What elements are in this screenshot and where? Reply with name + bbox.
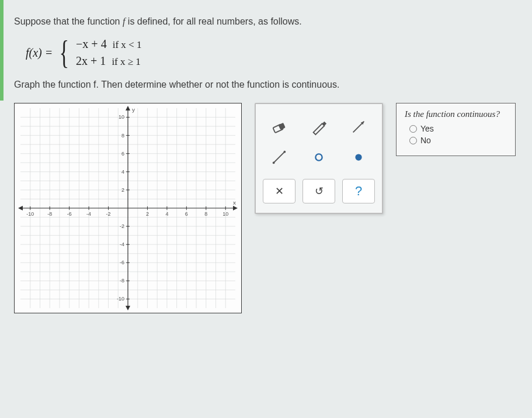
eraser-icon [270,118,288,136]
piecewise-definition: f(x) = { −x + 4 if x < 1 2x + 1 if x ≥ 1 [26,37,518,68]
ray-tool[interactable] [342,113,375,140]
svg-text:8: 8 [121,133,124,139]
problem-intro: Suppose that the function f is defined, … [14,16,518,27]
svg-text:-4: -4 [86,211,91,217]
svg-text:-6: -6 [67,211,72,217]
segment-tool[interactable] [263,144,295,171]
option-yes-label: Yes [420,124,434,133]
graph-canvas[interactable]: y x -10-8-6-4-2246810 -10-8-6-4-2246810 [14,103,242,313]
option-no-label: No [420,136,431,145]
segment-icon [270,148,288,166]
svg-text:4: 4 [121,169,124,175]
svg-rect-89 [278,123,285,130]
svg-text:2: 2 [146,211,149,217]
open-point-tool[interactable] [302,144,335,171]
svg-point-93 [273,162,275,164]
undo-icon: ↺ [315,185,324,198]
undo-button[interactable]: ↺ [302,179,335,203]
y-axis-label: y [132,106,135,113]
case1-cond: if x < 1 [113,39,142,51]
case1-expr: −x + 4 [76,37,107,51]
svg-marker-47 [18,206,23,210]
help-button[interactable]: ? [342,179,375,203]
option-no[interactable]: No [409,136,507,145]
radio-icon [409,125,417,133]
svg-marker-45 [126,306,130,310]
pencil-icon [310,118,328,136]
svg-text:-10: -10 [117,296,124,302]
svg-text:-4: -4 [120,241,124,247]
instruction: Graph the function f. Then determine whe… [14,80,518,90]
svg-text:-2: -2 [120,223,124,229]
svg-point-96 [355,154,361,160]
brace-icon: { [60,37,69,68]
question-prompt: Is the function continuous? [405,109,507,119]
x-icon: ✕ [275,185,284,198]
svg-text:8: 8 [204,211,207,217]
toolbox: ✕ ↺ ? [255,103,383,214]
instruction-prefix: Graph the function [14,80,93,89]
eraser-tool[interactable] [263,113,295,140]
closed-circle-icon [350,148,367,166]
svg-text:6: 6 [121,151,124,157]
svg-text:2: 2 [121,187,124,193]
ray-arrow-icon [350,118,367,136]
svg-text:-2: -2 [106,211,111,217]
svg-point-95 [315,154,322,160]
clear-button[interactable]: ✕ [263,179,295,203]
svg-marker-44 [126,106,130,110]
case2-expr: 2x + 1 [76,54,106,68]
intro-prefix: Suppose that the function [14,16,123,26]
svg-point-94 [284,151,286,153]
closed-point-tool[interactable] [342,144,375,171]
pencil-tool[interactable] [302,113,335,140]
svg-line-92 [274,152,285,163]
intro-suffix: is defined, for all real numbers, as fol… [125,16,301,26]
svg-text:-8: -8 [47,211,52,217]
x-axis-label: x [233,199,236,206]
svg-text:-8: -8 [120,278,124,284]
open-circle-icon [310,148,328,166]
fx-lhs: f(x) = [26,46,53,60]
svg-text:-6: -6 [120,260,124,265]
svg-text:6: 6 [185,211,188,217]
svg-text:-10: -10 [26,211,34,217]
radio-icon [409,137,417,144]
help-icon: ? [355,184,362,199]
continuity-question: Is the function continuous? Yes No [396,103,516,156]
svg-text:10: 10 [222,211,228,217]
svg-text:10: 10 [119,114,124,120]
option-yes[interactable]: Yes [409,124,507,133]
case2-cond: if x ≥ 1 [112,56,140,68]
svg-text:4: 4 [165,211,168,217]
svg-marker-46 [233,206,238,210]
instruction-suffix: . Then determine whether or not the func… [96,80,340,89]
